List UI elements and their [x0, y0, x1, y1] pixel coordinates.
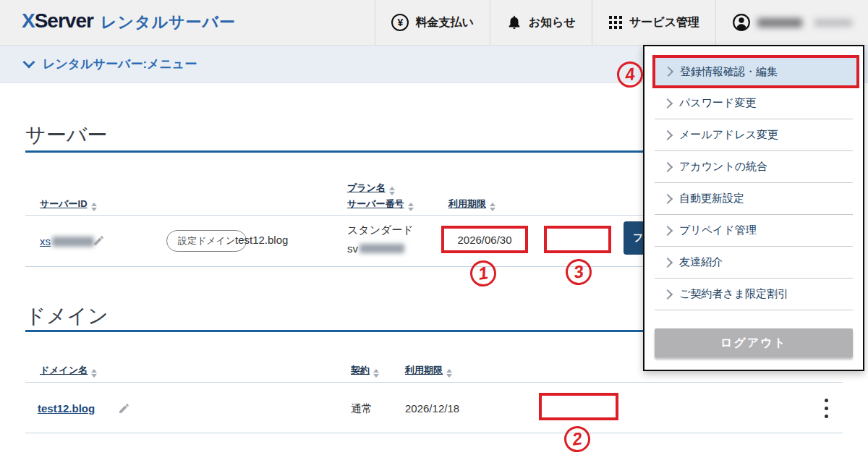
account-menu-trigger[interactable]: [715, 0, 868, 45]
breadcrumb-label: レンタルサーバー:メニュー: [43, 56, 197, 72]
menu-item-password-change[interactable]: パスワード変更: [655, 88, 853, 119]
chevron-right-icon: [663, 289, 673, 299]
domain-name-column-header[interactable]: ドメイン名: [40, 364, 97, 378]
nav-services-label: サービス管理: [629, 15, 699, 30]
nav-services[interactable]: サービス管理: [592, 0, 715, 45]
chevron-right-icon: [663, 98, 673, 108]
sort-icon: [91, 203, 97, 211]
plan-column-header[interactable]: プラン名: [347, 182, 395, 195]
sort-icon: [408, 203, 414, 211]
menu-item-referral[interactable]: 友達紹介: [655, 247, 853, 279]
edit-pencil-icon[interactable]: [93, 234, 105, 250]
chevron-right-icon: [663, 161, 673, 171]
chevron-right-icon: [663, 67, 673, 77]
domain-row-rule: [25, 433, 843, 433]
sort-icon: [373, 369, 379, 378]
grid-icon: [608, 15, 623, 30]
sort-icon: [389, 187, 395, 195]
annotation-box-2: [539, 393, 618, 420]
chevron-right-icon: [663, 257, 673, 267]
contract-column-header[interactable]: 契約: [351, 364, 379, 378]
sort-icon: [91, 369, 97, 378]
account-name-redacted: [757, 18, 802, 27]
server-id-link[interactable]: xs: [40, 235, 94, 247]
domain-expiration-column-header[interactable]: 利用期限: [405, 364, 452, 378]
annotation-box-1: 2026/06/30: [441, 226, 528, 253]
server-section-title: サーバー: [25, 122, 107, 149]
chevron-down-icon: [23, 56, 35, 69]
nav-news[interactable]: お知らせ: [490, 0, 592, 45]
logout-button[interactable]: ログアウト: [655, 328, 853, 357]
chevron-right-icon: [663, 129, 673, 140]
server-id-column-header[interactable]: サーバーID: [40, 197, 97, 211]
brand-text: XServer: [22, 9, 93, 33]
nav-news-label: お知らせ: [529, 15, 576, 30]
menu-item-email-change[interactable]: メールアドレス変更: [655, 119, 853, 151]
server-number: sv: [347, 242, 404, 255]
person-circle-icon: [732, 13, 751, 32]
server-expiration-value: 2026/06/30: [457, 234, 511, 246]
nav-payment-label: 料金支払い: [415, 15, 473, 30]
domain-table-header-rule: [25, 382, 843, 383]
server-plan: スタンダード: [347, 224, 414, 237]
bell-icon: [506, 14, 522, 31]
chevron-right-icon: [663, 193, 673, 203]
edit-pencil-icon[interactable]: [118, 402, 130, 417]
annotation-circle-3: 3: [564, 258, 594, 287]
domain-expiration-value: 2026/12/18: [405, 402, 459, 415]
domain-contract-value: 通常: [351, 402, 373, 416]
server-number-redacted: [359, 244, 404, 253]
server-id-redacted: [52, 237, 94, 247]
sort-icon: [490, 203, 495, 211]
annotation-circle-1: 1: [469, 259, 498, 289]
domain-section-title: ドメイン: [25, 302, 109, 330]
menu-item-prepaid[interactable]: プリペイド管理: [655, 215, 853, 247]
account-id-redacted: [814, 19, 852, 27]
menu-item-member-discount[interactable]: ご契約者さま限定割引: [655, 279, 853, 310]
menu-item-registration-info[interactable]: 登録情報確認・編集: [652, 55, 859, 88]
annotation-circle-2: 2: [563, 425, 592, 454]
domain-name-link[interactable]: test12.blog: [38, 402, 95, 415]
kebab-menu-icon[interactable]: [822, 396, 831, 421]
server-expiration-column-header[interactable]: 利用期限: [448, 197, 495, 211]
annotation-box-3: [544, 226, 611, 253]
account-dropdown-panel: 登録情報確認・編集 パスワード変更 メールアドレス変更 アカウントの統合 自動更…: [643, 45, 864, 371]
brand-x: X: [22, 9, 35, 32]
yen-circle-icon: ¥: [391, 14, 409, 31]
server-set-domain: test12.blog: [235, 234, 288, 246]
brand-rest: Server: [35, 9, 93, 32]
header-nav: ¥ 料金支払い お知らせ サービス管理: [375, 0, 868, 45]
menu-item-account-merge[interactable]: アカウントの統合: [655, 151, 853, 183]
server-number-column-header[interactable]: サーバー番号: [347, 197, 414, 211]
brand-suffix: レンタルサーバー: [101, 12, 236, 33]
xserver-logo[interactable]: XServer レンタルサーバー: [22, 9, 236, 33]
nav-payment[interactable]: ¥ 料金支払い: [375, 0, 489, 45]
app-header: XServer レンタルサーバー ¥ 料金支払い お知らせ: [0, 0, 868, 46]
sort-icon: [446, 369, 452, 378]
chevron-right-icon: [663, 225, 673, 235]
menu-item-auto-renewal[interactable]: 自動更新設定: [655, 183, 853, 215]
